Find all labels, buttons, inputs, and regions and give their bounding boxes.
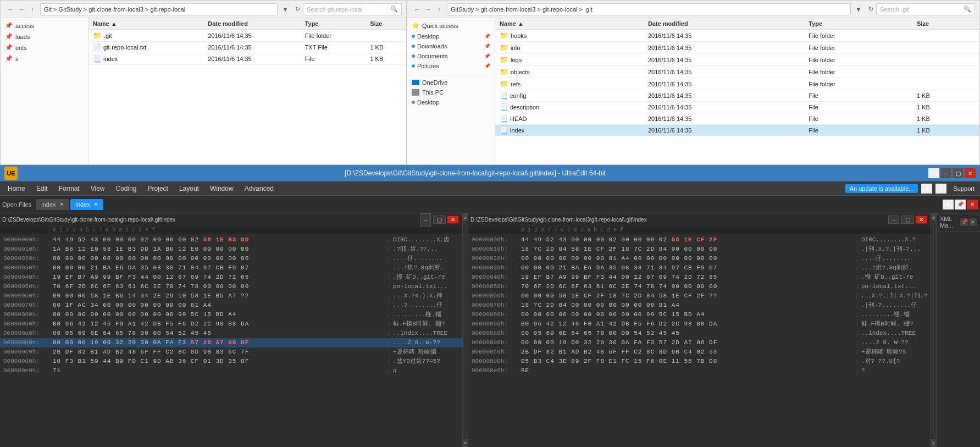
table-row[interactable]: 📃index 2016/11/6 14:35 File 1 KB [88, 53, 406, 65]
refresh-btn-left[interactable]: ↻ [292, 4, 303, 15]
file-type: File folder [301, 30, 366, 42]
table-row[interactable]: 📁refs2016/11/6 14:35File folder [495, 78, 979, 90]
left-restore-btn[interactable]: ▢ [433, 216, 446, 224]
sidebar-label-downloads: Downloads [417, 43, 447, 49]
right-close-btn[interactable]: ✕ [915, 216, 927, 224]
left-close-btn[interactable]: ✕ [447, 216, 459, 224]
file-table-left: Name ▲ Date modified Type Size 📁.git 201… [88, 18, 406, 65]
search-bar-right[interactable]: Search .git 🔍 [876, 3, 975, 15]
back-button-right[interactable]: ← [412, 4, 423, 15]
table-row[interactable]: 📄git-repo-local.txt 2016/11/6 14:35 TXT … [88, 42, 406, 53]
hex-row: 00000000h:44 49 52 43 00 00 00 02 00 00 … [468, 235, 931, 245]
file-name: description [510, 104, 539, 111]
col-type-right[interactable]: Type [804, 18, 912, 30]
menu-format[interactable]: Format [53, 183, 85, 194]
col-size-right[interactable]: Size [912, 18, 979, 30]
ue-side-btn1[interactable]: ↕ [928, 168, 939, 178]
back-button[interactable]: ← [5, 4, 16, 15]
ue-minimize-btn[interactable]: – [940, 168, 951, 178]
file-date: 2016/11/6 14:35 [203, 30, 300, 42]
sidebar-item-pictures[interactable]: Pictures 📌 [407, 61, 495, 71]
menu-coding[interactable]: Coding [110, 183, 142, 194]
ue-close-btn[interactable]: ✕ [965, 168, 976, 178]
right-panel-path: D:\ZSDevelops\Git\GitStudy\git-clone-fro… [470, 217, 888, 223]
panel-close-btn[interactable]: ✕ [967, 200, 978, 209]
right-restore-btn[interactable]: ▢ [901, 216, 914, 224]
file-date: 2016/11/6 14:35 [644, 125, 804, 136]
xml-pin-btn[interactable]: 📌 [960, 218, 968, 226]
right-hex-scroll[interactable]: 00000000h:44 49 52 43 00 00 00 02 00 00 … [468, 234, 931, 447]
table-row[interactable]: 📁.git 2016/11/6 14:35 File folder [88, 30, 406, 42]
sidebar-item-thispc[interactable]: This PC [407, 87, 495, 97]
xml-close-btn[interactable]: ✕ [969, 218, 977, 226]
tab-label-2: index [76, 201, 90, 208]
left-minimize-btn[interactable]: – [420, 213, 431, 227]
up-button[interactable]: ↑ [27, 4, 38, 15]
explorer-content-left: 📌 access 📌 loads 📌 ents 📌 s Name ▲ [1, 18, 406, 164]
menu-advanced[interactable]: Advanced [239, 183, 279, 194]
ue-restore-btn[interactable]: ▢ [953, 168, 964, 178]
menu-view[interactable]: View [85, 183, 110, 194]
scroll-up-btn[interactable]: ▲ [463, 213, 468, 221]
up-button-right[interactable]: ↑ [434, 4, 445, 15]
col-date-left[interactable]: Date modified [203, 18, 300, 30]
table-row[interactable]: 📃index2016/11/6 14:35File1 KB [495, 125, 979, 136]
open-files-bar: Open Files index ✕ index ✕ ▼ 📌 ✕ [0, 196, 980, 213]
menu-layout[interactable]: Layout [174, 183, 204, 194]
scroll-down-btn[interactable]: ▼ [463, 439, 468, 447]
col-date-right[interactable]: Date modified [644, 18, 804, 30]
ue-titlebar: UE [D:\ZSDevelops\Git\GitStudy\git-clone… [0, 165, 980, 181]
sidebar-item-downloads[interactable]: Downloads 📌 [407, 41, 495, 51]
help-btn[interactable]: ? [935, 184, 946, 194]
right-scrollbar[interactable]: ▲ ▼ [931, 213, 936, 447]
left-scrollbar[interactable]: ▲ ▼ [463, 213, 468, 447]
forward-button-right[interactable]: → [423, 4, 434, 15]
col-size-left[interactable]: Size [366, 18, 406, 30]
right-minimize-btn[interactable]: – [888, 216, 899, 224]
file-tab-index2[interactable]: index ✕ [70, 199, 103, 210]
col-type-left[interactable]: Type [301, 18, 366, 30]
sidebar-item-desktop1[interactable]: Desktop 📌 [407, 31, 495, 41]
panel-collapse-btn[interactable]: ▼ [943, 200, 954, 209]
sidebar-item-desktop2[interactable]: Desktop [407, 97, 495, 107]
left-hex-scroll[interactable]: 00000000h:44 49 52 43 00 00 00 02 00 00 … [0, 234, 462, 447]
update-badge[interactable]: An update is available... [845, 184, 918, 193]
search-bar-left[interactable]: Search git-repo-local 🔍 [303, 3, 402, 15]
menu-edit[interactable]: Edit [31, 183, 53, 194]
scroll-up-right[interactable]: ▲ [931, 213, 937, 221]
menu-project[interactable]: Project [142, 183, 174, 194]
scroll-down-right[interactable]: ▼ [931, 439, 937, 447]
table-row[interactable]: 📁hooks2016/11/6 14:35File folder [495, 30, 979, 42]
sidebar-item-access[interactable]: 📌 access [1, 20, 88, 31]
table-row[interactable]: 📃config2016/11/6 14:35File1 KB [495, 90, 979, 102]
panel-pin-btn[interactable]: 📌 [955, 200, 966, 209]
address-bar-right[interactable]: GitStudy > git-clone-from-local3 > git-r… [447, 3, 851, 15]
sidebar-item-loads[interactable]: 📌 loads [1, 31, 88, 42]
table-row[interactable]: 📁objects2016/11/6 14:35File folder [495, 66, 979, 78]
table-row[interactable]: 📁info2016/11/6 14:35File folder [495, 42, 979, 54]
sidebar-item-s[interactable]: 📌 s [1, 53, 88, 64]
file-type: File [804, 90, 912, 102]
ue-window-buttons: ↕ – ▢ ✕ [928, 168, 976, 178]
col-name-right[interactable]: Name ▲ [495, 18, 644, 30]
table-row[interactable]: 📁logs2016/11/6 14:35File folder [495, 54, 979, 66]
address-bar-left[interactable]: Git > GitStudy > git-clone-from-local3 >… [40, 3, 278, 15]
sidebar-item-quickaccess[interactable]: ⭐ Quick access [407, 20, 495, 31]
sidebar-item-onedrive[interactable]: OneDrive [407, 78, 495, 87]
refresh-btn-right[interactable]: ↻ [865, 4, 876, 15]
col-name-left[interactable]: Name ▲ [88, 18, 203, 30]
table-row[interactable]: 📃HEAD2016/11/6 14:35File1 KB [495, 113, 979, 125]
sidebar-item-documents[interactable]: Documents 📌 [407, 51, 495, 61]
menu-home[interactable]: Home [2, 183, 31, 194]
file-date: 2016/11/6 14:35 [644, 78, 804, 90]
sidebar-item-ents[interactable]: 📌 ents [1, 42, 88, 53]
tab-close-1[interactable]: ✕ [59, 201, 64, 207]
dropdown-btn-right[interactable]: ▼ [853, 4, 864, 15]
menu-window[interactable]: Window [204, 183, 239, 194]
forward-button[interactable]: → [16, 4, 27, 15]
table-row[interactable]: 📃description2016/11/6 14:35File1 KB [495, 102, 979, 113]
file-tab-index1[interactable]: index ✕ [36, 199, 69, 210]
dropdown-btn-left[interactable]: ▼ [280, 4, 291, 15]
tab-close-2[interactable]: ✕ [93, 201, 98, 207]
update-dropdown[interactable]: ▼ [921, 184, 932, 194]
